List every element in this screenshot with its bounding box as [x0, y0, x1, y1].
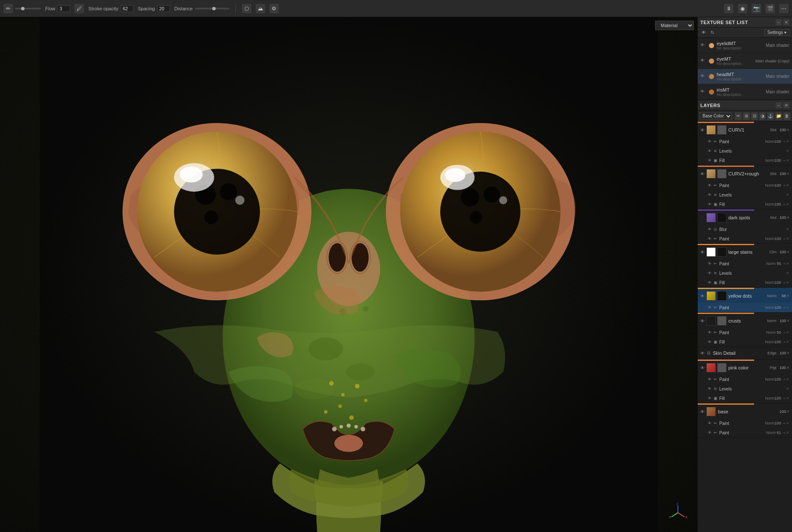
sub-close-pp[interactable]: ✕: [786, 377, 790, 381]
sub-close-pc[interactable]: ✕: [786, 330, 790, 335]
layer-close-crusts[interactable]: ✕: [786, 319, 790, 323]
ts-vis-iris[interactable]: 👁: [700, 89, 706, 95]
close-icon[interactable]: ✕: [783, 19, 789, 25]
3d-viewport[interactable]: Material X Y Z: [0, 17, 697, 532]
sub-eye-fill[interactable]: 👁: [706, 157, 712, 163]
layer-row-yellowdots[interactable]: 👁 yellow dots Norm 68 ✕: [698, 289, 792, 303]
sub-edit-icon[interactable]: ✏: [712, 138, 718, 145]
settings-icon[interactable]: ⚙: [269, 4, 279, 13]
sub-edit-b2[interactable]: ✏: [712, 430, 718, 436]
sub-eye-levels-ls[interactable]: 👁: [706, 270, 712, 276]
sub-eye-yd[interactable]: 👁: [706, 304, 712, 311]
ts-vis-eye[interactable]: 👁: [700, 58, 706, 64]
sub-close-pd[interactable]: ✕: [786, 237, 790, 241]
sub-eye-pp[interactable]: 👁: [706, 376, 712, 382]
sub-close-fill-ls[interactable]: ✕: [786, 280, 790, 285]
sub-levels-pink[interactable]: 👁 ≋ Levels ✕: [698, 384, 792, 394]
pen-icon[interactable]: 🖊: [74, 4, 84, 13]
sub-eye-pb2[interactable]: 👁: [706, 430, 712, 436]
mask-icon[interactable]: ◑: [759, 112, 766, 120]
distance-slider[interactable]: [195, 8, 229, 9]
sub-fill-crusts[interactable]: 👁 ▣ Fill Norm 100 → ✕: [698, 337, 792, 347]
sub-fill-pink[interactable]: 👁 ▣ Fill Norm 100 → ✕: [698, 394, 792, 403]
sub-eye-fc[interactable]: 👁: [706, 339, 712, 345]
paint-icon[interactable]: ✏: [735, 112, 742, 120]
layer-row-curv1[interactable]: 👁 CURV1 Slot 100 ✕: [698, 123, 792, 137]
sub-close-yd[interactable]: ✕: [786, 305, 790, 310]
ts-vis-head[interactable]: 👁: [700, 74, 706, 80]
flow-value[interactable]: 3: [57, 5, 70, 12]
layer-close-pinkcolor[interactable]: ✕: [786, 366, 790, 370]
settings-button[interactable]: Settings ▾: [764, 29, 789, 36]
sub-paint-curv2[interactable]: 👁 ✏ Paint Norm 100 → ✕: [698, 181, 792, 190]
sub-close-fc[interactable]: ✕: [786, 340, 790, 344]
layer-eye-skindetail[interactable]: 👁: [699, 350, 705, 356]
sub-close-l2[interactable]: ✕: [786, 193, 790, 197]
layers-close-icon[interactable]: ✕: [783, 102, 789, 108]
layer-eye-base[interactable]: 👁: [699, 409, 705, 415]
sub-eye-pc[interactable]: 👁: [706, 329, 712, 335]
sub-eye-pd[interactable]: 👁: [706, 236, 712, 242]
mountain-icon[interactable]: ⛰: [256, 4, 265, 13]
anchor-icon[interactable]: ⚓: [767, 112, 774, 120]
layer-close-curv1[interactable]: ✕: [786, 128, 790, 132]
sub-edit-icon2[interactable]: ✏: [712, 182, 718, 188]
sub-paint1-base[interactable]: 👁 ✏ Paint Norm 100 → ✕: [698, 418, 792, 428]
sub-eye-pb1[interactable]: 👁: [706, 420, 712, 426]
brush-tool-icon[interactable]: ✏: [3, 4, 13, 13]
sub-close-pb1[interactable]: ✕: [786, 421, 790, 425]
sub-edit-yd[interactable]: ✏: [712, 304, 718, 311]
minimize-icon[interactable]: –: [776, 19, 782, 25]
channel-selector[interactable]: Base Color: [699, 112, 732, 120]
sub-edit-pink[interactable]: ✏: [712, 376, 718, 382]
ts-vis-eyelid[interactable]: 👁: [700, 43, 706, 49]
layer-eye-crusts[interactable]: 👁: [699, 318, 705, 324]
layer-row-curv2[interactable]: 👁 CURV2+rough Slot 100 ✕: [698, 167, 792, 181]
more-icon[interactable]: ⋯: [779, 4, 789, 13]
sub-edit-icon-d[interactable]: ✏: [712, 236, 718, 242]
sub-fill-ls[interactable]: 👁 ▣ Fill Norm 100 → ✕: [698, 278, 792, 287]
delete-layer-icon[interactable]: 🗑: [783, 112, 790, 120]
symmetry-icon[interactable]: ⬡: [242, 4, 251, 13]
sub-edit-c[interactable]: ✏: [712, 329, 718, 335]
play-pause-icon[interactable]: ⏸: [724, 4, 733, 13]
layer-eye-pinkcolor[interactable]: 👁: [699, 365, 705, 371]
sub-paint-yd[interactable]: 👁 ✏ Paint Norm 100 → ✕: [698, 303, 792, 312]
layer-close-yellowdots[interactable]: ✕: [786, 294, 790, 298]
flow-slider[interactable]: [15, 8, 41, 9]
layer-close-curv2[interactable]: ✕: [786, 172, 790, 176]
sub-eye-levels[interactable]: 👁: [706, 148, 712, 154]
layer-eye-yellowdots[interactable]: 👁: [699, 293, 705, 299]
sub-levels-ls[interactable]: 👁 ≋ Levels ✕: [698, 268, 792, 278]
ts-item-eye[interactable]: 👁 eyeMT No description Main shader (Copy…: [698, 53, 792, 69]
sub-close-blur[interactable]: ✕: [786, 227, 790, 231]
sub-eye-f2[interactable]: 👁: [706, 201, 712, 207]
sub-paint-curv1[interactable]: 👁 ✏ Paint Norm 100 → ✕: [698, 137, 792, 146]
record-icon[interactable]: ◉: [738, 4, 747, 13]
sub-blur-darkspots[interactable]: 👁 ◎ Blur ✕: [698, 224, 792, 234]
sub-paint2-base[interactable]: 👁 ✏ Paint Norm 61 → ✕: [698, 428, 792, 437]
sub-levels-curv2[interactable]: 👁 ≋ Levels ✕: [698, 190, 792, 200]
add-fill-icon[interactable]: ⊟: [751, 112, 758, 120]
layer-eye-darkspots[interactable]: 👁: [699, 215, 705, 221]
sub-eye-lp[interactable]: 👁: [706, 386, 712, 392]
sub-close-fp[interactable]: ✕: [786, 396, 790, 400]
layer-row-pinkcolor[interactable]: 👁 pink color Pigt 100 ✕: [698, 361, 792, 375]
camera-icon[interactable]: 📷: [752, 4, 761, 13]
sub-close[interactable]: ✕: [786, 139, 790, 144]
sub-eye-blur[interactable]: 👁: [706, 226, 712, 232]
layer-eye-curv1[interactable]: 👁: [699, 127, 705, 133]
layer-close-base[interactable]: ✕: [786, 409, 790, 414]
layer-close-darkspots[interactable]: ✕: [786, 215, 790, 220]
folder-icon[interactable]: 📁: [775, 112, 782, 120]
video-icon[interactable]: 🎬: [765, 4, 775, 13]
sub-close-f2[interactable]: ✕: [786, 202, 790, 206]
sub-eye-ls[interactable]: 👁: [706, 261, 712, 267]
layer-row-base[interactable]: 👁 base 100 ✕: [698, 405, 792, 418]
sub-close-fill[interactable]: ✕: [786, 158, 790, 163]
sub-paint-pink[interactable]: 👁 ✏ Paint Norm 100 → ✕: [698, 375, 792, 384]
ts-eye-icon[interactable]: 👁: [700, 29, 707, 36]
ts-item-iris[interactable]: 👁 irisMT No description Main shader: [698, 84, 792, 100]
layer-close-skindetail[interactable]: ✕: [786, 351, 790, 355]
sub-eye-l2[interactable]: 👁: [706, 192, 712, 198]
